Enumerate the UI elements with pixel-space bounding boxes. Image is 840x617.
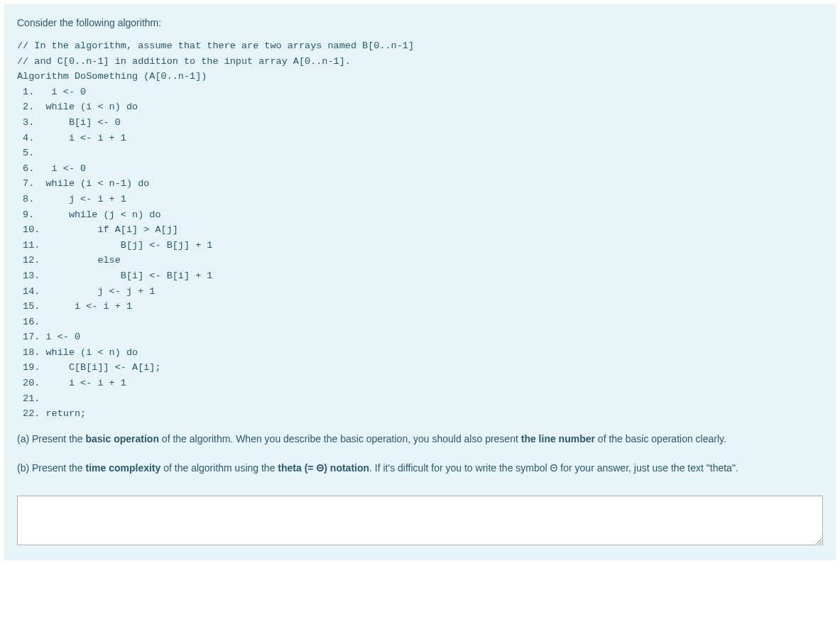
answer-textarea[interactable] [17,496,823,545]
question-panel: Consider the following algorithm: // In … [4,4,836,560]
part-b-suffix: . If it's difficult for you to write the… [369,462,738,474]
part-a-mid: of the algorithm. When you describe the … [159,433,521,444]
algorithm-code: // In the algorithm, assume that there a… [17,38,823,422]
part-b-bold-2: theta (= Θ) notation [278,462,369,474]
part-a-bold-1: basic operation [86,433,159,444]
question-part-a: (a) Present the basic operation of the a… [17,432,823,447]
part-a-prefix: (a) Present the [17,433,86,444]
intro-text: Consider the following algorithm: [17,17,823,28]
part-b-mid: of the algorithm using the [160,462,278,474]
question-part-b: (b) Present the time complexity of the a… [17,461,823,476]
part-b-prefix: (b) Present the [17,462,86,474]
part-a-suffix: of the basic operation clearly. [595,433,726,444]
part-b-bold-1: time complexity [86,462,161,474]
part-a-bold-2: the line number [521,433,595,444]
